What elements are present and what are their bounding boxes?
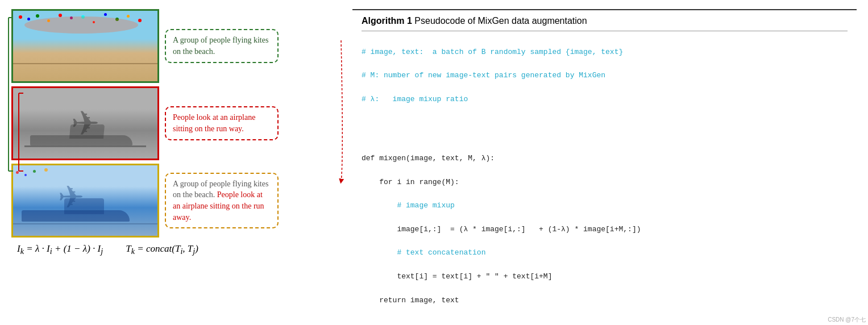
- caption-bubble-yellow: A group of people flying kites on the be…: [165, 173, 279, 228]
- caption-text-red: People look at an airplane sitting on th…: [173, 113, 255, 133]
- algo-title: Algorithm 1 Pseudocode of MixGen data au…: [362, 16, 848, 26]
- formula-row: Ik = λ · Ii + (1 − λ) · Ij Tk = concat(T…: [11, 240, 341, 260]
- left-panel: A group of people flying kites on the be…: [11, 9, 341, 260]
- code-comment-2: # M: number of new image-text pairs gene…: [362, 70, 848, 82]
- bracket-svg: [3, 9, 37, 253]
- algo-title-bold: Algorithm 1: [362, 16, 412, 26]
- code-line-4: image[i,:] = (λ * image[i,:] + (1-λ) * i…: [362, 224, 848, 236]
- algo-separator-top: [362, 31, 848, 31]
- code-comment-3: # λ: image mixup ratio: [362, 94, 848, 106]
- image-text-rows: A group of people flying kites on the be…: [11, 9, 341, 238]
- code-line-6: text[i] = text[i] + " " + text[i+M]: [362, 271, 848, 283]
- code-line-2: for i in range(M):: [362, 177, 848, 189]
- code-line-3: # image mixup: [362, 200, 848, 212]
- code-line-7: return image, text: [362, 295, 848, 307]
- code-line-1: def mixgen(image, text, M, λ):: [362, 153, 848, 165]
- code-comment-1: # image, text: a batch of B randomly sam…: [362, 47, 848, 59]
- watermark: CSDN @7个七: [828, 316, 866, 324]
- algo-code-block: # image, text: a batch of B randomly sam…: [362, 35, 848, 325]
- code-line-5: # text concatenation: [362, 247, 848, 259]
- row-3: A group of people flying kites on the be…: [11, 164, 341, 238]
- caption-text-green: A group of people flying kites on the be…: [173, 36, 268, 56]
- row-2: People look at an airplane sitting on th…: [11, 86, 341, 160]
- caption-bubble-green: A group of people flying kites on the be…: [165, 29, 279, 63]
- right-panel: Algorithm 1 Pseudocode of MixGen data au…: [352, 9, 857, 325]
- top-section: A group of people flying kites on the be…: [11, 9, 857, 325]
- caption-bubble-red: People look at an airplane sitting on th…: [165, 106, 279, 140]
- formula-text: Tk = concat(Ti, Tj): [126, 243, 198, 256]
- page-container: A group of people flying kites on the be…: [11, 9, 857, 325]
- algo-title-normal: Pseudocode of MixGen data augmentation: [412, 16, 587, 26]
- row-1: A group of people flying kites on the be…: [11, 9, 341, 83]
- code-line-blank: [362, 129, 848, 141]
